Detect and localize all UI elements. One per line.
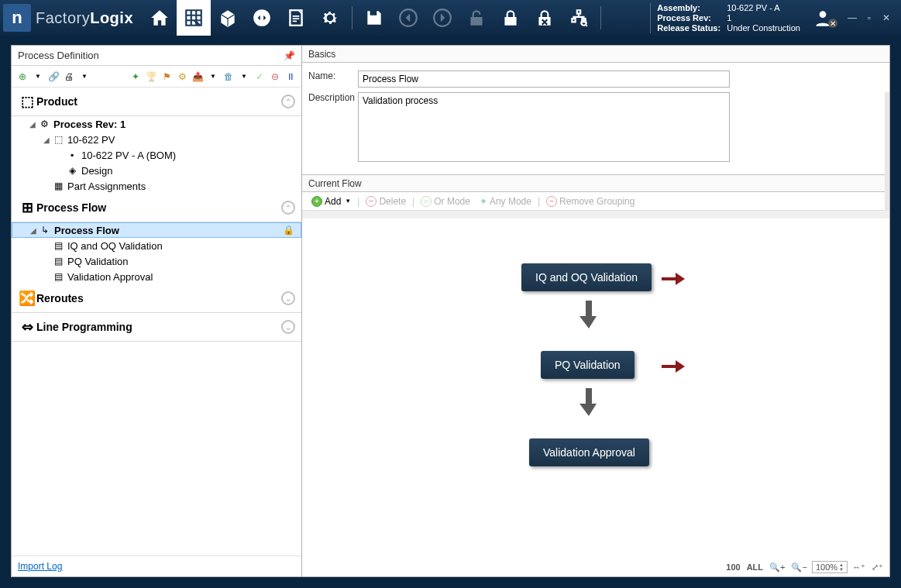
lock-button[interactable] — [493, 0, 528, 36]
process-tree: ⬚ Product ⌃ ◢⚙Process Rev: 1 ◢⬚10-622 PV… — [12, 88, 301, 555]
close-button[interactable]: ✕ — [878, 11, 895, 25]
user-badge-x-icon: ✕ — [828, 19, 837, 28]
cube2-icon: ⬚ — [52, 133, 64, 146]
dropdown4-icon[interactable]: ▼ — [238, 70, 250, 83]
lock-remove-button[interactable] — [528, 0, 562, 36]
dropdown2-icon[interactable]: ▼ — [78, 70, 91, 83]
branch-icon: ↳ — [39, 224, 51, 236]
flow-canvas[interactable]: IQ and OQ Validation PQ Validation Valid… — [302, 211, 889, 576]
tree-row-flow-root[interactable]: ◢↳Process Flow🔒 — [12, 222, 301, 238]
detail-pane: Basics Name: Description Validation proc… — [302, 46, 889, 576]
description-input[interactable]: Validation process — [358, 92, 730, 162]
plus-icon: + — [311, 196, 322, 207]
package-button[interactable] — [211, 0, 245, 36]
zoom-spinner[interactable]: ▲▼ — [839, 562, 844, 572]
status-label: Release Status: — [657, 23, 727, 33]
tree-row-bom[interactable]: ▪10-622 PV - A (BOM) — [12, 147, 301, 163]
tree-row-flow-item-1[interactable]: ▤PQ Validation — [12, 253, 301, 269]
rev-label: Process Rev: — [657, 13, 727, 23]
section-reroutes[interactable]: 🔀 Reroutes ⌄ — [12, 284, 301, 313]
step3-icon: ▤ — [52, 270, 64, 283]
tree-row-pv[interactable]: ◢⬚10-622 PV — [12, 132, 301, 147]
flow-remove-group-button[interactable]: −Remove Grouping — [543, 196, 638, 207]
save-button[interactable] — [357, 0, 391, 36]
section-process-flow[interactable]: ⊞ Process Flow ⌃ — [12, 194, 301, 222]
trophy-icon[interactable]: 🏆 — [145, 70, 157, 83]
minimize-button[interactable]: — — [844, 11, 861, 25]
flow-any-button[interactable]: ✦Any Mode — [476, 196, 535, 207]
user-menu[interactable]: ✕ — [806, 8, 844, 28]
zoom-100-button[interactable]: 100 — [724, 562, 741, 572]
document-button[interactable] — [279, 0, 313, 36]
description-label: Description — [308, 92, 358, 103]
search-hierarchy-button[interactable] — [562, 0, 596, 36]
tree-row-flow-item-2[interactable]: ▤Validation Approval — [12, 269, 301, 284]
export-icon[interactable]: 📤 — [191, 70, 204, 83]
section-flow-label: Process Flow — [36, 201, 106, 214]
back-button[interactable] — [391, 0, 425, 36]
tree-row-flow-item-0[interactable]: ▤IQ and OQ Validation — [12, 238, 301, 253]
tree-toolbar: ⊕ ▼ 🔗 🖨 ▼ ✦ 🏆 ⚑ ⚙ 📤 ▼ 🗑 ▼ ✓ ⊖ ⏸ — [12, 66, 301, 88]
flow-icon: ⊞ — [18, 198, 36, 217]
any-icon: ✦ — [480, 196, 487, 207]
flag-icon[interactable]: ⚑ — [160, 70, 173, 83]
fit-screen-icon[interactable]: ⤢⁺ — [870, 562, 885, 573]
pane-header: Process Definition 📌 — [12, 46, 301, 66]
trash-icon[interactable]: 🗑 — [222, 70, 235, 83]
pause-icon[interactable]: ⏸ — [284, 70, 297, 83]
assembly-meta: Assembly:10-622 PV - A Process Rev:1 Rel… — [650, 3, 806, 33]
dropdown3-icon[interactable]: ▼ — [207, 70, 219, 83]
import-log-link[interactable]: Import Log — [12, 555, 301, 576]
design-icon: ◈ — [66, 164, 78, 177]
flow-or-button[interactable]: ○Or Mode — [418, 196, 473, 207]
flow-add-button[interactable]: +Add▼ — [308, 196, 354, 207]
home-button[interactable] — [143, 0, 177, 36]
minus3-icon: − — [546, 196, 557, 207]
add-icon[interactable]: ⊕ — [16, 70, 29, 83]
flow-delete-button[interactable]: −Delete — [363, 196, 409, 207]
settings-button[interactable] — [313, 0, 347, 36]
zoom-level[interactable]: 100%▲▼ — [812, 561, 848, 573]
section-product[interactable]: ⬚ Product ⌃ — [12, 88, 301, 116]
step-icon: ▤ — [52, 239, 64, 252]
print-icon[interactable]: 🖨 — [63, 70, 75, 83]
grid-edit-button[interactable] — [177, 0, 211, 36]
assembly-label: Assembly: — [657, 3, 727, 13]
puzzle-icon[interactable]: ✦ — [129, 70, 142, 83]
lock-icon: 🔒 — [283, 225, 294, 236]
check-icon[interactable]: ✓ — [253, 70, 266, 83]
flow-toolbar: +Add▼ | −Delete | ○Or Mode ✦Any Mode | −… — [302, 192, 889, 211]
zoom-in-icon[interactable]: 🔍+ — [768, 562, 786, 573]
tree-row-rev[interactable]: ◢⚙Process Rev: 1 — [12, 116, 301, 132]
step2-icon: ▤ — [52, 255, 64, 267]
collapse-icon[interactable]: ⌃ — [281, 95, 295, 108]
branch-arrow-0 — [662, 271, 685, 287]
zoom-out-icon[interactable]: 🔍− — [789, 562, 808, 573]
name-input[interactable] — [358, 70, 730, 88]
link-icon[interactable]: 🔗 — [47, 70, 60, 83]
doc-icon: ▪ — [66, 149, 78, 161]
zoom-all-button[interactable]: ALL — [745, 562, 765, 572]
dropdown-icon[interactable]: ▼ — [32, 70, 44, 83]
flow-node-0[interactable]: IQ and OQ Validation — [521, 263, 652, 291]
fit-width-icon[interactable]: ↔⁺ — [851, 562, 867, 573]
sync-button[interactable] — [245, 0, 279, 36]
unlock-button[interactable] — [459, 0, 493, 36]
section-lineprog-label: Line Programming — [36, 321, 132, 333]
tree-row-parts[interactable]: ▦Part Assignments — [12, 178, 301, 194]
expand-icon[interactable]: ⌄ — [281, 291, 295, 305]
expand2-icon[interactable]: ⌄ — [281, 320, 295, 334]
restore-button[interactable]: ▫ — [861, 11, 878, 25]
gear2-icon[interactable]: ⚙ — [176, 70, 188, 83]
flow-node-1[interactable]: PQ Validation — [541, 351, 634, 379]
flow-arrow-0 — [579, 301, 598, 328]
collapse2-icon[interactable]: ⌃ — [281, 201, 295, 215]
forward-button[interactable] — [425, 0, 459, 36]
tree-row-design[interactable]: ◈Design — [12, 163, 301, 178]
pin-icon[interactable]: 📌 — [284, 50, 295, 61]
chevron-down-icon: ▼ — [345, 198, 351, 205]
minus-icon[interactable]: ⊖ — [269, 70, 281, 83]
flow-node-2[interactable]: Validation Approval — [529, 438, 649, 466]
zoom-controls: 100 ALL 🔍+ 🔍− 100%▲▼ ↔⁺ ⤢⁺ — [724, 561, 885, 573]
section-line-prog[interactable]: ⇔ Line Programming ⌄ — [12, 313, 301, 342]
